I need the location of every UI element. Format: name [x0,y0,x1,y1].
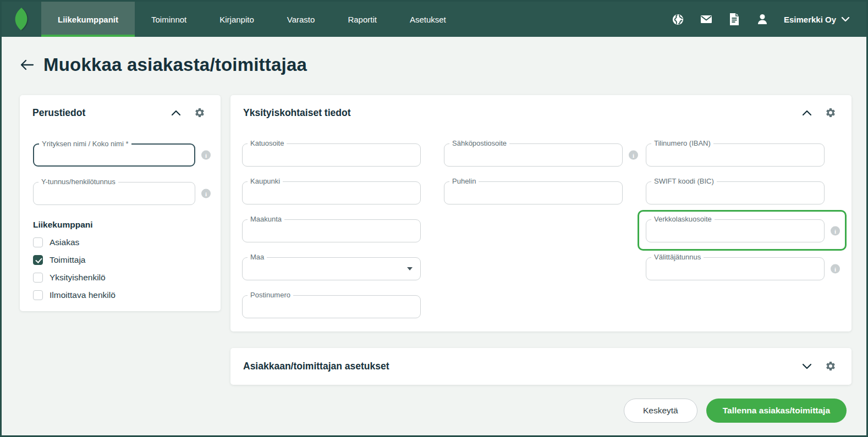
asetukset-card: Asiakkaan/toimittajan asetukset [230,348,851,385]
liikekumppani-group-label: Liikekumppani [33,220,207,230]
field-row-maakunta: Maakunta [242,219,421,242]
checkbox-box[interactable] [33,273,43,283]
field-label: Maakunta [248,215,284,224]
checkbox-ilmoittava-henkilo[interactable]: Ilmoittava henkilö [33,290,207,300]
field-row-puhelin: Puhelin [444,181,623,204]
tab-liikekumppanit[interactable]: Liikekumppanit [41,2,135,37]
tab-label: Toiminnot [151,15,186,24]
checkbox-label: Ilmoittava henkilö [50,290,116,300]
page-title: Muokkaa asiakasta/toimittajaa [43,54,307,75]
checkbox-box[interactable] [33,237,43,247]
globe-icon[interactable] [672,13,685,26]
mail-icon[interactable] [700,13,713,26]
info-icon[interactable]: i [201,151,211,160]
perustiedot-card: Perustiedot Yrityksen nimi / Koko nimi *… [20,95,221,311]
checkbox-asiakas[interactable]: Asiakas [33,237,207,247]
leaf-logo-icon [12,7,31,31]
chevron-down-icon [841,16,850,22]
nav-utilities: Esimerkki Oy [672,2,866,37]
field-label: Välittäjätunnus [651,253,704,262]
info-icon[interactable]: i [831,226,840,236]
field-row-verkkolaskuosoite: Verkkolaskuosoite i [646,219,825,242]
section-controls [170,107,206,119]
field-label: Sähköpostiosoite [449,139,509,148]
details-header: Yksityiskohtaiset tiedot [230,95,851,119]
details-columns: Katuosoite Kaupunki Maakunta [230,119,851,318]
maa-select-input[interactable] [243,258,420,280]
perustiedot-body: Yrityksen nimi / Koko nimi * i Y-tunnus/… [20,143,221,300]
sahkopostiosoite-field: Sähköpostiosoite [444,143,623,167]
field-label: SWIFT koodi (BIC) [651,177,717,186]
perustiedot-header: Perustiedot [20,95,221,119]
back-arrow-icon[interactable] [18,56,36,74]
info-icon[interactable]: i [201,189,211,198]
field-row-swift: SWIFT koodi (BIC) [646,181,825,204]
address-column: Katuosoite Kaupunki Maakunta [242,143,421,318]
tab-raportit[interactable]: Raportit [331,2,393,37]
field-row-business-id: Y-tunnus/henkilötunnus i [33,182,195,205]
section-title: Asiakkaan/toimittajan asetukset [243,361,389,372]
checkbox-toimittaja[interactable]: Toimittaja [33,255,207,265]
document-icon[interactable] [728,13,741,26]
gear-icon[interactable] [825,360,837,372]
field-label: Postinumero [248,291,293,300]
katuosoite-field: Katuosoite [242,143,421,167]
section-title: Perustiedot [32,107,85,119]
valittajatunnus-field: Välittäjätunnus [646,257,825,280]
checkbox-yksityishenkilo[interactable]: Yksityishenkilö [33,273,207,283]
gear-icon[interactable] [194,107,206,119]
tab-label: Liikekumppanit [58,15,118,24]
footer-actions: Keskeytä Tallenna asiakas/toimittaja [624,399,847,423]
field-row-sahkopostiosoite: Sähköpostiosoite i [444,143,623,167]
collapse-chevron-up-icon[interactable] [801,107,813,119]
tab-varasto[interactable]: Varasto [271,2,332,37]
user-icon[interactable] [756,13,769,26]
section-controls [801,360,837,372]
field-label: Yrityksen nimi / Koko nimi * [39,140,131,148]
field-row-maa: Maa [242,257,421,280]
swift-field: SWIFT koodi (BIC) [646,181,825,204]
section-title: Yksityiskohtaiset tiedot [243,107,350,119]
field-row-katuosoite: Katuosoite [242,143,421,167]
app-window: Liikekumppanit Toiminnot Kirjanpito Vara… [0,0,868,437]
collapse-chevron-down-icon[interactable] [801,360,813,372]
tab-toiminnot[interactable]: Toiminnot [135,2,203,37]
tab-kirjanpito[interactable]: Kirjanpito [203,2,271,37]
partner-type-checkboxes: Asiakas Toimittaja Yksityishenkilö Ilmoi… [33,237,207,300]
maakunta-field: Maakunta [242,219,421,242]
tab-asetukset[interactable]: Asetukset [393,2,463,37]
gear-icon[interactable] [825,107,837,119]
field-label: Kaupunki [248,177,283,186]
field-row-company-name: Yrityksen nimi / Koko nimi * i [33,143,195,167]
kaupunki-field: Kaupunki [242,181,421,204]
tab-label: Asetukset [410,15,446,24]
top-navigation: Liikekumppanit Toiminnot Kirjanpito Vara… [2,2,866,37]
field-label: Verkkolaskuosoite [651,215,715,224]
puhelin-field: Puhelin [444,181,623,204]
checkbox-label: Yksityishenkilö [50,273,106,283]
collapse-chevron-up-icon[interactable] [170,107,182,119]
field-row-tilinumero: Tilinumero (IBAN) [646,143,825,167]
info-icon[interactable]: i [629,151,638,160]
app-logo[interactable] [2,2,41,37]
company-name: Esimerkki Oy [784,15,836,24]
section-controls [801,107,837,119]
info-icon[interactable]: i [831,264,840,274]
checkbox-label: Asiakas [50,237,79,247]
field-label: Tilinumero (IBAN) [651,139,713,148]
maa-select-field[interactable]: Maa [242,257,421,280]
tab-label: Varasto [287,15,315,24]
business-id-field: Y-tunnus/henkilötunnus [33,182,195,205]
cancel-button[interactable]: Keskeytä [624,399,697,423]
save-button[interactable]: Tallenna asiakas/toimittaja [706,399,847,423]
tab-label: Kirjanpito [219,15,254,24]
checkbox-box[interactable] [33,290,43,300]
checkbox-box[interactable] [33,255,43,265]
company-switcher[interactable]: Esimerkki Oy [784,15,850,24]
field-label: Y-tunnus/henkilötunnus [39,178,118,186]
field-label: Puhelin [449,177,479,186]
field-label: Katuosoite [248,139,287,148]
asetukset-header: Asiakkaan/toimittajan asetukset [230,348,851,372]
banking-column: Tilinumero (IBAN) SWIFT koodi (BIC) Verk… [646,143,825,318]
contact-column: Sähköpostiosoite i Puhelin [444,143,623,318]
